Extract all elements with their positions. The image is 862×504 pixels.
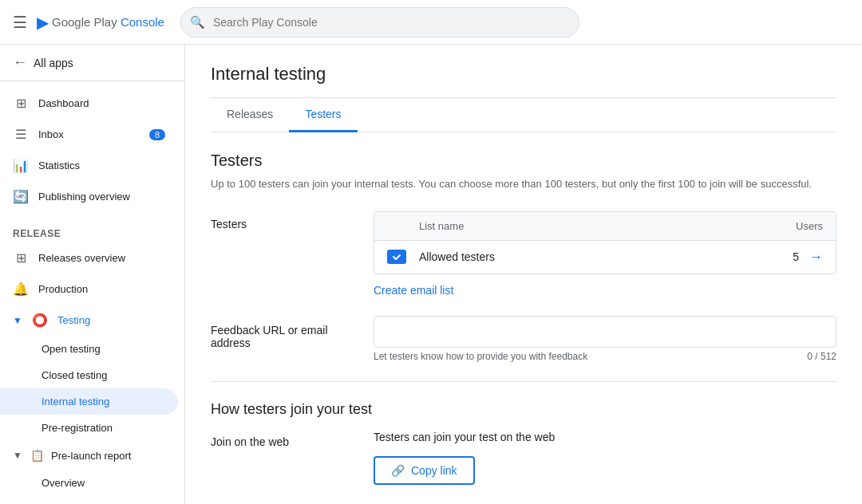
inbox-icon: ☰ — [13, 127, 29, 142]
inbox-label: Inbox — [38, 128, 64, 140]
join-row: Join on the web Testers can join your te… — [211, 431, 836, 485]
search-icon: 🔍 — [190, 15, 205, 30]
testing-label: Testing — [57, 314, 90, 326]
release-section-label: Release — [0, 219, 184, 242]
dashboard-icon: ⊞ — [13, 96, 29, 111]
prelaunch-icon: 📋 — [29, 449, 45, 462]
production-label: Production — [38, 283, 88, 295]
testers-field-label: Testers — [211, 211, 354, 230]
header-list-name: List name — [419, 220, 746, 232]
releases-overview-icon: ⊞ — [13, 250, 29, 266]
row-users: 5 → — [759, 249, 823, 266]
sidebar-sub-item-internal-testing[interactable]: Internal testing — [0, 388, 178, 415]
row-check[interactable] — [387, 250, 406, 264]
copy-link-icon: 🔗 — [391, 464, 405, 477]
closed-testing-label: Closed testing — [42, 369, 107, 381]
publishing-icon: 🔄 — [13, 189, 29, 204]
page-title: Internal testing — [211, 64, 836, 85]
testers-table: List name Users Allowed testers 5 → — [374, 211, 836, 274]
testing-circle-icon: ⭕ — [32, 313, 48, 328]
create-email-link[interactable]: Create email list — [374, 284, 453, 297]
divider-mid — [211, 381, 836, 382]
sidebar-item-inbox[interactable]: ☰ Inbox 8 — [0, 119, 178, 150]
join-web-label: Join on the web — [211, 431, 354, 448]
open-testing-label: Open testing — [42, 343, 101, 355]
sidebar-release-items: ⊞ Releases overview 🔔 Production ▼ ⭕ Tes… — [0, 242, 184, 499]
feedback-input-wrap: Let testers know how to provide you with… — [374, 316, 836, 362]
join-section-title: How testers join your test — [211, 401, 836, 418]
testers-section-title: Testers — [211, 152, 836, 170]
testers-section-desc: Up to 100 testers can join your internal… — [211, 176, 836, 192]
inbox-badge: 8 — [149, 129, 165, 140]
sidebar-sub-item-pre-registration[interactable]: Pre-registration — [0, 415, 178, 441]
play-logo-icon: ▶ — [37, 13, 49, 32]
brand-text: Google Play Console — [52, 15, 164, 29]
sidebar-sub-item-overview[interactable]: Overview — [0, 470, 178, 496]
sidebar-item-production[interactable]: 🔔 Production — [0, 274, 178, 305]
publishing-label: Publishing overview — [38, 191, 130, 203]
menu-icon[interactable]: ☰ — [13, 13, 27, 32]
search-bar: 🔍 — [180, 7, 579, 37]
tab-releases[interactable]: Releases — [211, 98, 289, 132]
feedback-char-count: 0 / 512 — [807, 351, 836, 362]
arrow-right-icon[interactable]: → — [809, 249, 823, 266]
join-content: Testers can join your test on the web 🔗 … — [374, 431, 555, 485]
sidebar: ← All apps ⊞ Dashboard ☰ Inbox 8 📊 Stati… — [0, 45, 185, 504]
tab-testers[interactable]: Testers — [289, 98, 357, 132]
brand-logo: ▶ Google Play Console — [37, 13, 164, 32]
row-list-name: Allowed testers — [419, 250, 746, 263]
feedback-hint-left: Let testers know how to provide you with… — [374, 351, 587, 362]
sidebar-item-publishing-overview[interactable]: 🔄 Publishing overview — [0, 181, 178, 212]
header-users: Users — [759, 220, 823, 232]
sidebar-item-statistics[interactable]: 📊 Statistics — [0, 150, 178, 181]
testers-row: Testers List name Users Allowed testers — [211, 211, 836, 274]
overview-label: Overview — [42, 477, 85, 489]
internal-testing-label: Internal testing — [42, 396, 109, 408]
create-email-link-wrap: Create email list — [374, 284, 836, 297]
checkmark-icon — [392, 252, 401, 262]
statistics-label: Statistics — [38, 159, 80, 171]
feedback-input[interactable] — [374, 316, 836, 348]
topbar: ☰ ▶ Google Play Console 🔍 — [0, 0, 862, 45]
production-icon: 🔔 — [13, 282, 29, 297]
main-inner: Internal testing Releases Testers Tester… — [185, 45, 862, 504]
sidebar-sub-item-closed-testing[interactable]: Closed testing — [0, 362, 178, 388]
sidebar-main-items: ⊞ Dashboard ☰ Inbox 8 📊 Statistics 🔄 Pub… — [0, 81, 184, 219]
table-row: Allowed testers 5 → — [374, 241, 836, 274]
testing-collapse-icon: ▼ — [13, 315, 22, 326]
releases-overview-label: Releases overview — [38, 252, 125, 264]
dashboard-label: Dashboard — [38, 97, 89, 109]
prelaunch-label: Pre-launch report — [51, 450, 131, 462]
tabs: Releases Testers — [211, 98, 836, 132]
sidebar-sub-item-open-testing[interactable]: Open testing — [0, 336, 178, 362]
copy-link-button[interactable]: 🔗 Copy link — [374, 456, 475, 485]
feedback-row: Feedback URL or email address Let tester… — [211, 316, 836, 362]
copy-link-label: Copy link — [411, 464, 457, 477]
feedback-field-label: Feedback URL or email address — [211, 316, 354, 349]
sidebar-item-releases-overview[interactable]: ⊞ Releases overview — [0, 242, 178, 274]
testers-table-header: List name Users — [374, 212, 836, 241]
prelaunch-collapse-icon: ▼ — [13, 450, 22, 461]
users-count: 5 — [793, 250, 799, 263]
sidebar-item-prelaunch-report[interactable]: ▼ 📋 Pre-launch report — [0, 441, 178, 470]
join-web-desc: Testers can join your test on the web — [374, 431, 555, 443]
feedback-hints: Let testers know how to provide you with… — [374, 351, 836, 362]
back-label: All apps — [34, 57, 73, 69]
pre-registration-label: Pre-registration — [42, 422, 113, 434]
back-arrow-icon: ← — [13, 54, 27, 71]
statistics-icon: 📊 — [13, 158, 29, 173]
main-content: Internal testing Releases Testers Tester… — [185, 45, 862, 504]
sidebar-item-testing[interactable]: ▼ ⭕ Testing — [0, 305, 178, 336]
sidebar-item-dashboard[interactable]: ⊞ Dashboard — [0, 88, 178, 119]
search-input[interactable] — [180, 7, 579, 37]
back-button[interactable]: ← All apps — [0, 45, 184, 81]
layout: ← All apps ⊞ Dashboard ☰ Inbox 8 📊 Stati… — [0, 45, 862, 504]
